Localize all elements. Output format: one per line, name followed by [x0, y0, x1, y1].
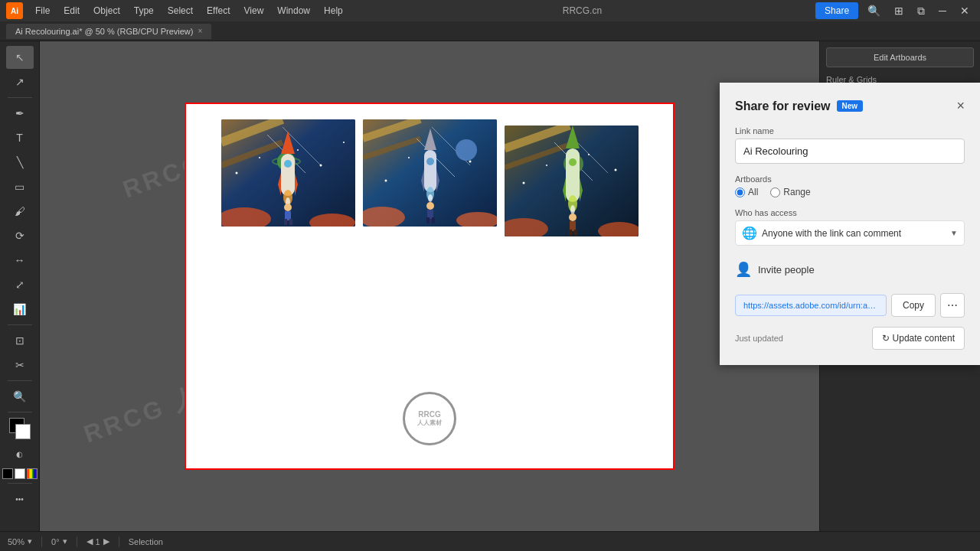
svg-point-63 — [570, 205, 575, 214]
gradient-swatch[interactable] — [27, 468, 38, 479]
access-dropdown[interactable]: 🌐 Anyone with the link can comment ▼ — [735, 220, 965, 246]
svg-point-66 — [569, 214, 577, 221]
share-url: https://assets.adobe.com/id/urn:aaids:..… — [735, 295, 887, 316]
tool-artboard[interactable]: ⊡ — [6, 329, 34, 352]
just-updated-text: Just updated — [735, 334, 783, 343]
svg-point-7 — [343, 142, 345, 143]
status-separator-3 — [119, 536, 119, 547]
tool-direct-select[interactable]: ↗ — [6, 70, 34, 93]
menu-file[interactable]: File — [29, 2, 56, 19]
rotation-control[interactable]: 0° ▾ — [51, 536, 67, 546]
artboard-number: 1 — [96, 537, 100, 546]
main-area: ↖ ↗ ✒ T ╲ ▭ 🖌 ⟳ ↔ ⤢ 📊 ⊡ ✂ 🔍 ◐ ••• — [0, 41, 980, 531]
tool-separator-5 — [8, 483, 32, 484]
svg-rect-69 — [574, 230, 577, 236]
update-label: Update content — [893, 333, 955, 344]
tool-type[interactable]: T — [6, 126, 34, 149]
artboards-section: Artboards All Range — [735, 174, 965, 197]
arrange-button[interactable]: ⊞ — [890, 3, 908, 18]
tab-bar: Ai Recolouring.ai* @ 50 % (RGB/CPU Previ… — [0, 21, 980, 41]
tool-pen[interactable]: ✒ — [6, 102, 34, 125]
svg-point-40 — [428, 194, 433, 202]
artboard-nav-prev[interactable]: ◀ — [87, 536, 93, 546]
svg-rect-23 — [284, 219, 287, 225]
more-options-button[interactable]: ⋯ — [940, 293, 965, 318]
menu-object[interactable]: Object — [87, 2, 126, 19]
zoom-control[interactable]: 50% ▾ — [8, 536, 32, 546]
copy-button[interactable]: Copy — [891, 294, 936, 317]
canvas-area: RRCG 人人素材 RRCG 人人素材 RRCG 人人素材 — [40, 41, 819, 531]
artboard-nav-next[interactable]: ▶ — [103, 536, 109, 546]
share-panel-close[interactable]: × — [956, 98, 965, 114]
url-section: https://assets.adobe.com/id/urn:aaids:..… — [735, 293, 965, 318]
artboards-range-label: Range — [783, 187, 810, 197]
tool-graph[interactable]: 📊 — [6, 298, 34, 321]
menu-select[interactable]: Select — [162, 2, 199, 19]
menu-type[interactable]: Type — [128, 2, 160, 19]
tool-more[interactable]: ••• — [6, 487, 34, 510]
who-access-section: Who has access 🌐 Anyone with the link ca… — [735, 208, 965, 246]
svg-point-51 — [546, 165, 547, 166]
share-title-text: Share for review — [735, 99, 831, 113]
status-bar: 50% ▾ 0° ▾ ◀ 1 ▶ Selection — [0, 531, 980, 551]
tool-rotate[interactable]: ⟳ — [6, 224, 34, 247]
close-button[interactable]: ✕ — [956, 3, 974, 18]
current-tool: Selection — [129, 537, 163, 546]
svg-rect-24 — [289, 219, 292, 225]
rotation-value: 0° — [51, 537, 60, 546]
minimize-button[interactable]: ─ — [934, 3, 951, 18]
svg-point-21 — [284, 204, 292, 211]
invite-label: Invite people — [758, 264, 815, 276]
menu-help[interactable]: Help — [318, 2, 349, 19]
invite-people-row[interactable]: 👤 Invite people — [735, 255, 965, 284]
svg-rect-57 — [566, 148, 580, 202]
menu-effect[interactable]: Effect — [201, 2, 236, 19]
document-tab[interactable]: Ai Recolouring.ai* @ 50 % (RGB/CPU Previ… — [6, 24, 211, 39]
zoom-dropdown-icon: ▾ — [28, 536, 32, 546]
svg-rect-34 — [424, 150, 436, 192]
link-name-label: Link name — [735, 126, 965, 135]
tool-separator-2 — [8, 324, 32, 325]
tab-close-icon[interactable]: × — [198, 27, 202, 35]
artboards-all-radio[interactable] — [735, 187, 745, 197]
artboards-all-label: All — [748, 187, 758, 197]
status-separator-2 — [77, 536, 77, 547]
tool-zoom[interactable]: 🔍 — [6, 385, 34, 408]
menu-view[interactable]: View — [238, 2, 270, 19]
tool-paint[interactable]: 🖌 — [6, 200, 34, 223]
tool-slice[interactable]: ✂ — [6, 354, 34, 377]
update-content-button[interactable]: ↻ Update content — [872, 327, 965, 350]
tool-rect[interactable]: ▭ — [6, 175, 34, 198]
stroke-swatch[interactable] — [15, 468, 25, 479]
artboard-control[interactable]: ◀ 1 ▶ — [87, 536, 109, 546]
tool-select[interactable]: ↖ — [6, 46, 34, 69]
artboards-range-radio[interactable] — [770, 187, 780, 197]
edit-artboards-button[interactable]: Edit Artboards — [826, 47, 974, 67]
artboards-range-option[interactable]: Range — [770, 187, 810, 197]
svg-point-43 — [426, 202, 434, 210]
artwork-1 — [221, 119, 355, 227]
tool-color-mode[interactable]: ◐ — [6, 442, 34, 465]
tool-warp[interactable]: ⤢ — [6, 273, 34, 296]
app-icon: Ai — [6, 2, 23, 19]
svg-point-29 — [408, 157, 410, 158]
tool-separator-3 — [8, 380, 32, 381]
link-name-input[interactable] — [735, 139, 965, 164]
share-button[interactable]: Share — [815, 2, 858, 19]
app-title: RRCG.cn — [351, 5, 814, 16]
tool-line[interactable]: ╲ — [6, 151, 34, 174]
color-boxes — [9, 418, 31, 439]
menu-window[interactable]: Window — [271, 2, 316, 19]
tab-label: Ai Recolouring.ai* @ 50 % (RGB/CPU Previ… — [15, 27, 193, 36]
artboards-all-option[interactable]: All — [735, 187, 758, 197]
menu-edit[interactable]: Edit — [57, 2, 86, 19]
svg-point-50 — [522, 182, 524, 184]
background-color[interactable] — [15, 424, 31, 439]
artwork-3 — [505, 126, 639, 236]
search-button[interactable]: 🔍 — [863, 3, 885, 18]
fill-swatch[interactable] — [2, 468, 13, 479]
screen-button[interactable]: ⧉ — [913, 3, 929, 19]
tool-separator-4 — [8, 412, 32, 412]
left-toolbar: ↖ ↗ ✒ T ╲ ▭ 🖌 ⟳ ↔ ⤢ 📊 ⊡ ✂ 🔍 ◐ ••• — [0, 41, 40, 531]
tool-mirror[interactable]: ↔ — [6, 249, 34, 272]
